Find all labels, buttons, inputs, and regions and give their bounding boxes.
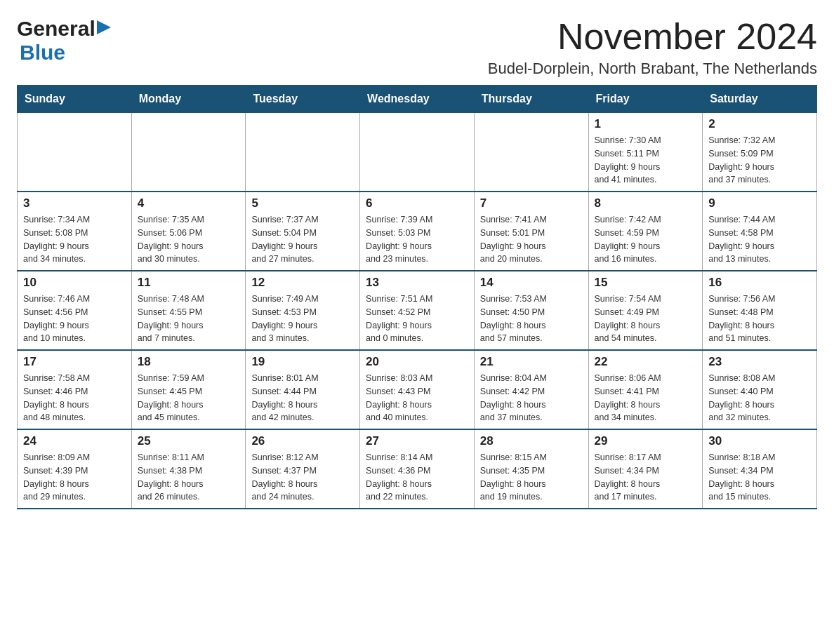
calendar-cell: 8Sunrise: 7:42 AM Sunset: 4:59 PM Daylig… [588,192,703,271]
day-number: 15 [595,276,697,290]
day-number: 27 [366,434,468,448]
calendar-cell: 22Sunrise: 8:06 AM Sunset: 4:41 PM Dayli… [588,350,703,429]
week-row-4: 17Sunrise: 7:58 AM Sunset: 4:46 PM Dayli… [18,350,817,429]
day-info: Sunrise: 8:06 AM Sunset: 4:41 PM Dayligh… [595,372,697,424]
day-info: Sunrise: 7:37 AM Sunset: 5:04 PM Dayligh… [251,213,354,266]
day-info: Sunrise: 7:58 AM Sunset: 4:46 PM Dayligh… [23,372,126,424]
calendar-cell: 10Sunrise: 7:46 AM Sunset: 4:56 PM Dayli… [18,271,132,350]
day-number: 9 [708,196,811,210]
calendar-cell [474,113,588,192]
day-info: Sunrise: 7:51 AM Sunset: 4:52 PM Dayligh… [366,293,468,345]
day-number: 6 [366,196,468,210]
calendar-cell: 26Sunrise: 8:12 AM Sunset: 4:37 PM Dayli… [246,429,360,509]
day-number: 23 [708,355,811,369]
calendar-cell: 7Sunrise: 7:41 AM Sunset: 5:01 PM Daylig… [474,192,588,271]
day-number: 11 [138,276,240,290]
calendar-cell: 21Sunrise: 8:04 AM Sunset: 4:42 PM Dayli… [474,350,588,429]
day-info: Sunrise: 7:46 AM Sunset: 4:56 PM Dayligh… [23,293,126,345]
day-number: 21 [480,355,583,369]
calendar-cell: 30Sunrise: 8:18 AM Sunset: 4:34 PM Dayli… [703,429,817,509]
calendar-cell: 13Sunrise: 7:51 AM Sunset: 4:52 PM Dayli… [360,271,475,350]
calendar-cell: 24Sunrise: 8:09 AM Sunset: 4:39 PM Dayli… [18,429,132,509]
calendar-cell: 14Sunrise: 7:53 AM Sunset: 4:50 PM Dayli… [474,271,588,350]
day-info: Sunrise: 7:56 AM Sunset: 4:48 PM Dayligh… [708,293,811,345]
day-info: Sunrise: 8:04 AM Sunset: 4:42 PM Dayligh… [480,372,583,424]
calendar-table: SundayMondayTuesdayWednesdayThursdayFrid… [17,85,817,509]
day-info: Sunrise: 7:32 AM Sunset: 5:09 PM Dayligh… [708,134,811,187]
day-number: 17 [23,355,126,369]
subtitle: Budel-Dorplein, North Brabant, The Nethe… [488,60,817,78]
calendar-cell: 2Sunrise: 7:32 AM Sunset: 5:09 PM Daylig… [703,113,817,192]
logo-general: General [17,17,95,41]
day-number: 22 [595,355,697,369]
calendar-cell: 19Sunrise: 8:01 AM Sunset: 4:44 PM Dayli… [246,350,360,429]
day-number: 18 [138,355,240,369]
calendar-cell [360,113,475,192]
day-info: Sunrise: 8:18 AM Sunset: 4:34 PM Dayligh… [708,451,811,504]
day-number: 19 [251,355,354,369]
calendar-cell [131,113,246,192]
weekday-header-thursday: Thursday [474,86,588,113]
calendar-cell: 15Sunrise: 7:54 AM Sunset: 4:49 PM Dayli… [588,271,703,350]
day-number: 29 [595,434,697,448]
day-number: 7 [480,196,583,210]
day-number: 12 [251,276,354,290]
day-number: 2 [708,117,811,131]
calendar-cell: 9Sunrise: 7:44 AM Sunset: 4:58 PM Daylig… [703,192,817,271]
day-info: Sunrise: 8:17 AM Sunset: 4:34 PM Dayligh… [595,451,697,504]
calendar-cell: 11Sunrise: 7:48 AM Sunset: 4:55 PM Dayli… [131,271,246,350]
week-row-1: 1Sunrise: 7:30 AM Sunset: 5:11 PM Daylig… [18,113,817,192]
week-row-2: 3Sunrise: 7:34 AM Sunset: 5:08 PM Daylig… [18,192,817,271]
svg-marker-0 [97,20,111,34]
day-info: Sunrise: 7:30 AM Sunset: 5:11 PM Dayligh… [595,134,697,187]
calendar-cell: 16Sunrise: 7:56 AM Sunset: 4:48 PM Dayli… [703,271,817,350]
day-number: 10 [23,276,126,290]
day-info: Sunrise: 8:14 AM Sunset: 4:36 PM Dayligh… [366,451,468,504]
logo-blue: Blue [20,41,65,64]
week-row-3: 10Sunrise: 7:46 AM Sunset: 4:56 PM Dayli… [18,271,817,350]
day-number: 26 [251,434,354,448]
day-info: Sunrise: 8:12 AM Sunset: 4:37 PM Dayligh… [251,451,354,504]
day-number: 8 [595,196,697,210]
week-row-5: 24Sunrise: 8:09 AM Sunset: 4:39 PM Dayli… [18,429,817,509]
weekday-header-wednesday: Wednesday [360,86,475,113]
day-info: Sunrise: 8:08 AM Sunset: 4:40 PM Dayligh… [708,372,811,424]
day-info: Sunrise: 7:34 AM Sunset: 5:08 PM Dayligh… [23,213,126,266]
logo: General Blue [17,17,111,65]
day-number: 16 [708,276,811,290]
weekday-header-friday: Friday [588,86,703,113]
calendar-cell: 20Sunrise: 8:03 AM Sunset: 4:43 PM Dayli… [360,350,475,429]
calendar-cell: 4Sunrise: 7:35 AM Sunset: 5:06 PM Daylig… [131,192,246,271]
day-info: Sunrise: 8:01 AM Sunset: 4:44 PM Dayligh… [251,372,354,424]
day-info: Sunrise: 8:11 AM Sunset: 4:38 PM Dayligh… [138,451,240,504]
title-block: November 2024 Budel-Dorplein, North Brab… [488,17,817,78]
day-info: Sunrise: 7:48 AM Sunset: 4:55 PM Dayligh… [138,293,240,345]
weekday-header-monday: Monday [131,86,246,113]
day-number: 20 [366,355,468,369]
day-info: Sunrise: 7:42 AM Sunset: 4:59 PM Dayligh… [595,213,697,266]
logo-arrow-icon [97,20,111,37]
calendar-cell: 25Sunrise: 8:11 AM Sunset: 4:38 PM Dayli… [131,429,246,509]
weekday-header-row: SundayMondayTuesdayWednesdayThursdayFrid… [18,86,817,113]
day-info: Sunrise: 8:09 AM Sunset: 4:39 PM Dayligh… [23,451,126,504]
day-number: 5 [251,196,354,210]
day-info: Sunrise: 8:15 AM Sunset: 4:35 PM Dayligh… [480,451,583,504]
day-info: Sunrise: 7:53 AM Sunset: 4:50 PM Dayligh… [480,293,583,345]
calendar-cell [246,113,360,192]
day-info: Sunrise: 8:03 AM Sunset: 4:43 PM Dayligh… [366,372,468,424]
calendar-cell: 27Sunrise: 8:14 AM Sunset: 4:36 PM Dayli… [360,429,475,509]
day-info: Sunrise: 7:35 AM Sunset: 5:06 PM Dayligh… [138,213,240,266]
day-info: Sunrise: 7:59 AM Sunset: 4:45 PM Dayligh… [138,372,240,424]
calendar-cell: 18Sunrise: 7:59 AM Sunset: 4:45 PM Dayli… [131,350,246,429]
day-info: Sunrise: 7:54 AM Sunset: 4:49 PM Dayligh… [595,293,697,345]
day-number: 28 [480,434,583,448]
calendar-cell: 5Sunrise: 7:37 AM Sunset: 5:04 PM Daylig… [246,192,360,271]
day-number: 30 [708,434,811,448]
day-info: Sunrise: 7:49 AM Sunset: 4:53 PM Dayligh… [251,293,354,345]
calendar-cell: 1Sunrise: 7:30 AM Sunset: 5:11 PM Daylig… [588,113,703,192]
calendar-cell: 3Sunrise: 7:34 AM Sunset: 5:08 PM Daylig… [18,192,132,271]
day-number: 24 [23,434,126,448]
day-number: 13 [366,276,468,290]
day-info: Sunrise: 7:41 AM Sunset: 5:01 PM Dayligh… [480,213,583,266]
page-header: General Blue November 2024 Budel-Dorplei… [17,17,817,78]
